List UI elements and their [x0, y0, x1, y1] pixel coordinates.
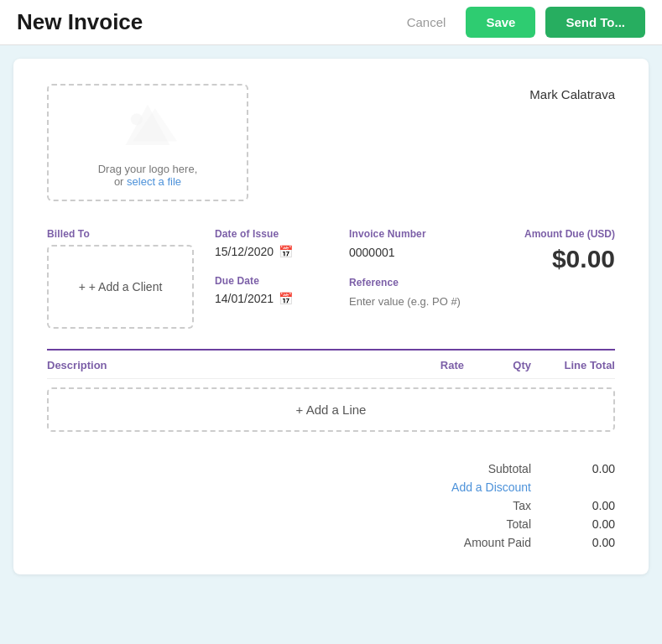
dates-cell: Date of Issue 15/12/2020 📅 Due Date 14/0… — [215, 228, 349, 329]
date-of-issue-value: 15/12/2020 📅 — [215, 245, 332, 258]
col-rate: Rate — [380, 359, 464, 371]
totals-section: Subtotal 0.00 Add a Discount Tax 0.00 To… — [47, 455, 615, 549]
reference-label: Reference — [349, 277, 467, 288]
cancel-button[interactable]: Cancel — [397, 8, 456, 36]
amount-due-cell: Amount Due (USD) $0.00 — [483, 228, 615, 329]
save-button[interactable]: Save — [466, 7, 535, 38]
due-date-value: 14/01/2021 📅 — [215, 292, 332, 305]
page-title: New Invoice — [17, 9, 397, 35]
due-date-label: Due Date — [215, 275, 332, 287]
amount-paid-value: 0.00 — [548, 536, 615, 549]
invoice-number-label: Invoice Number — [349, 228, 467, 240]
add-line-button[interactable]: + Add a Line — [47, 387, 615, 432]
add-client-icon: + — [79, 280, 86, 293]
total-label: Total — [397, 517, 548, 531]
billed-to-label: Billed To — [47, 228, 198, 240]
table-header: Description Rate Qty Line Total — [47, 351, 615, 379]
subtotal-label: Subtotal — [397, 462, 548, 475]
tax-row: Tax 0.00 — [47, 499, 615, 512]
svg-point-2 — [131, 113, 143, 125]
fields-grid: Billed To + + Add a Client Date of Issue… — [47, 228, 615, 329]
date-of-issue-calendar-icon[interactable]: 📅 — [279, 245, 293, 258]
tax-label: Tax — [397, 499, 548, 512]
header-actions: Cancel Save Send To... — [397, 7, 645, 38]
total-value: 0.00 — [548, 517, 615, 531]
header: New Invoice Cancel Save Send To... — [0, 0, 662, 45]
subtotal-row: Subtotal 0.00 — [47, 462, 615, 475]
invoice-ref-cell: Invoice Number Reference — [349, 228, 483, 329]
logo-drag-text: Drag your logo here, or select a file — [98, 163, 198, 188]
discount-row: Add a Discount — [47, 480, 615, 494]
top-row: Drag your logo here, or select a file Ma… — [47, 84, 615, 201]
subtotal-value: 0.00 — [548, 462, 615, 475]
date-of-issue-label: Date of Issue — [215, 228, 332, 240]
amount-paid-row: Amount Paid 0.00 — [47, 536, 615, 549]
company-name: Mark Calatrava — [529, 84, 615, 101]
reference-input[interactable] — [349, 295, 467, 308]
amount-due-value: $0.00 — [483, 245, 615, 273]
logo-upload-area[interactable]: Drag your logo here, or select a file — [47, 84, 248, 201]
add-discount-link[interactable]: Add a Discount — [397, 480, 548, 494]
invoice-card: Drag your logo here, or select a file Ma… — [13, 59, 649, 574]
amount-paid-label: Amount Paid — [397, 536, 548, 549]
tax-value: 0.00 — [548, 499, 615, 512]
due-date-calendar-icon[interactable]: 📅 — [279, 292, 293, 305]
send-to-button[interactable]: Send To... — [545, 7, 645, 38]
add-client-button[interactable]: + + Add a Client — [47, 245, 194, 329]
logo-placeholder-icon — [118, 97, 177, 156]
discount-value — [548, 480, 615, 494]
select-file-link[interactable]: select a file — [127, 175, 181, 188]
col-qty: Qty — [464, 359, 531, 371]
billed-to-cell: Billed To + + Add a Client — [47, 228, 215, 329]
amount-due-label: Amount Due (USD) — [483, 228, 615, 240]
total-row: Total 0.00 — [47, 517, 615, 531]
col-line-total: Line Total — [531, 359, 615, 371]
col-description: Description — [47, 359, 380, 371]
invoice-number-input[interactable] — [349, 246, 467, 259]
